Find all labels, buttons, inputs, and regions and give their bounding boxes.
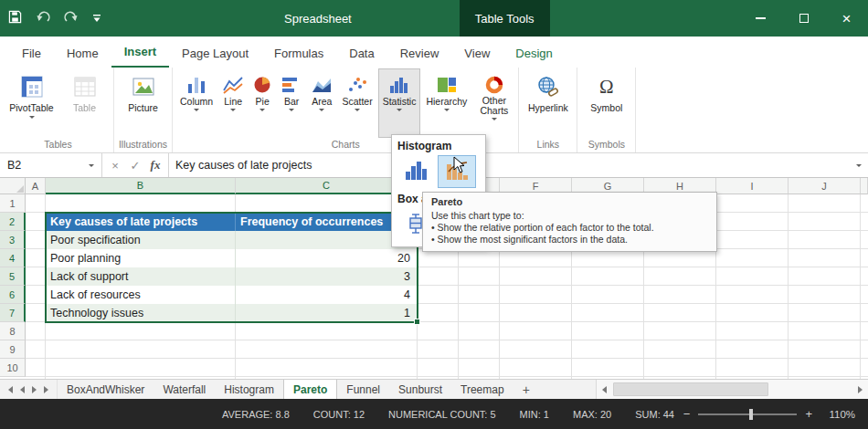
group-label-symbols: Symbols: [580, 138, 632, 152]
pareto-chart-option[interactable]: [438, 155, 476, 188]
sheet-tab-waterfall[interactable]: Waterfall: [153, 380, 215, 399]
tab-review[interactable]: Review: [387, 39, 452, 68]
zoom-out-button[interactable]: −: [683, 407, 691, 421]
tab-data[interactable]: Data: [336, 39, 386, 68]
stat-max: MAX: 20: [573, 409, 611, 420]
row-header-8[interactable]: 8: [0, 322, 26, 340]
table-header-row: Key causes of late projects Frequency of…: [46, 213, 418, 231]
stat-numerical-count: NUMERICAL COUNT: 5: [388, 409, 496, 420]
zoom-level[interactable]: 110%: [820, 409, 855, 420]
maximize-button[interactable]: [782, 0, 825, 37]
line-chart-button[interactable]: Line: [218, 68, 248, 138]
scatter-chart-button[interactable]: Scatter: [337, 68, 376, 138]
next-sheet-button[interactable]: [32, 386, 37, 393]
cell-c6[interactable]: 4: [236, 286, 418, 304]
cell-b3[interactable]: Poor specification: [46, 231, 236, 249]
last-sheet-button[interactable]: [44, 386, 48, 393]
histogram-chart-option[interactable]: [397, 155, 435, 188]
scroll-left-button[interactable]: [597, 380, 612, 399]
insert-function-button[interactable]: fx: [145, 158, 165, 173]
zoom-slider[interactable]: [698, 413, 797, 415]
pivottable-button[interactable]: PivotTable: [5, 68, 58, 138]
cell-b6[interactable]: Lack of resources: [46, 286, 236, 304]
cell-b4[interactable]: Poor planning: [46, 249, 236, 267]
picture-button[interactable]: Picture: [117, 68, 169, 138]
previous-sheet-button[interactable]: [20, 386, 25, 393]
other-charts-button[interactable]: Other Charts: [472, 68, 515, 138]
sheet-tab-histogram[interactable]: Histogram: [215, 380, 283, 399]
row-header-9[interactable]: 9: [0, 340, 26, 359]
row-header-7[interactable]: 7: [0, 304, 26, 322]
hyperlink-button[interactable]: Hyperlink: [522, 68, 574, 138]
chevron-down-icon: [355, 109, 360, 111]
tooltip-line: Use this chart type to:: [431, 210, 708, 222]
customize-quick-access-button[interactable]: [92, 12, 101, 26]
column-header-a[interactable]: A: [26, 178, 46, 194]
zoom-in-button[interactable]: +: [805, 407, 812, 421]
tab-formulas[interactable]: Formulas: [261, 39, 336, 68]
tab-home[interactable]: Home: [54, 39, 111, 68]
undo-icon: [36, 11, 50, 26]
row-header-6[interactable]: 6: [0, 286, 26, 304]
column-header-i[interactable]: I: [716, 178, 789, 194]
area-chart-button[interactable]: Area: [307, 68, 336, 138]
expand-formula-bar-button[interactable]: [850, 153, 868, 177]
scrollbar-thumb[interactable]: [613, 382, 768, 396]
add-sheet-button[interactable]: +: [513, 380, 539, 399]
column-header-j[interactable]: J: [789, 178, 861, 194]
zoom-slider-thumb[interactable]: [749, 409, 753, 420]
cell-c4[interactable]: 20: [236, 249, 418, 267]
formula-input[interactable]: Key causes of late projects: [169, 153, 850, 177]
stat-min: MIN: 1: [520, 409, 549, 420]
scrollbar-track[interactable]: [612, 380, 852, 399]
confirm-formula-button[interactable]: ✓: [125, 159, 145, 173]
spreadsheet-window: Spreadsheet Table Tools × File Home Inse…: [0, 0, 868, 429]
button-label: Column: [180, 96, 213, 107]
row-header-10[interactable]: 10: [0, 359, 26, 377]
cell-b7[interactable]: Technology issues: [46, 304, 236, 322]
symbol-button[interactable]: Ω Symbol: [580, 68, 632, 138]
sheet-tab-pareto[interactable]: Pareto: [283, 380, 337, 399]
cell-c7[interactable]: 1: [236, 304, 418, 322]
minimize-button[interactable]: [739, 0, 782, 37]
bar-chart-button[interactable]: Bar: [277, 68, 306, 138]
context-tab-table-tools[interactable]: Table Tools: [460, 0, 550, 37]
sheet-tab-treemap[interactable]: Treemap: [451, 380, 513, 399]
horizontal-scrollbar: [596, 380, 868, 399]
cell-b5[interactable]: Lack of support: [46, 267, 236, 286]
hierarchy-chart-button[interactable]: Hierarchy: [421, 68, 471, 138]
first-sheet-button[interactable]: [8, 386, 13, 393]
tab-design[interactable]: Design: [503, 39, 565, 68]
cancel-formula-button[interactable]: ×: [105, 159, 125, 173]
tab-insert[interactable]: Insert: [111, 37, 169, 68]
name-box[interactable]: B2: [0, 153, 102, 177]
close-button[interactable]: ×: [825, 0, 868, 37]
column-chart-button[interactable]: Column: [175, 68, 217, 138]
pie-chart-button[interactable]: Pie: [249, 68, 276, 138]
undo-button[interactable]: [36, 11, 50, 26]
row-header-1[interactable]: 1: [0, 194, 26, 213]
tab-page-layout[interactable]: Page Layout: [169, 39, 261, 68]
row-header-4[interactable]: 4: [0, 249, 26, 267]
button-label: Hierarchy: [426, 96, 467, 107]
column-header-b[interactable]: B: [46, 178, 236, 194]
select-all-corner[interactable]: [0, 178, 26, 194]
row-header-5[interactable]: 5: [0, 267, 26, 286]
redo-button[interactable]: [64, 11, 79, 26]
sheet-tab-boxandwhisker[interactable]: BoxAndWhisker: [58, 380, 153, 399]
table-button[interactable]: Table: [58, 68, 111, 138]
histogram-chart-icon: [404, 161, 428, 183]
right-arrow-icon: [858, 386, 863, 393]
row-header-3[interactable]: 3: [0, 231, 26, 249]
sheet-tab-sunburst[interactable]: Sunburst: [389, 380, 451, 399]
sheet-tab-funnel[interactable]: Funnel: [337, 380, 389, 399]
cell-c5[interactable]: 3: [236, 267, 418, 286]
tab-view[interactable]: View: [451, 39, 503, 68]
name-box-value: B2: [7, 159, 21, 172]
tab-file[interactable]: File: [9, 39, 54, 68]
save-button[interactable]: [8, 10, 22, 26]
cell-b2-table-header[interactable]: Key causes of late projects: [46, 213, 236, 231]
scroll-right-button[interactable]: [852, 380, 868, 399]
statistic-chart-button[interactable]: Statistic: [378, 68, 421, 138]
row-header-2[interactable]: 2: [0, 213, 26, 231]
